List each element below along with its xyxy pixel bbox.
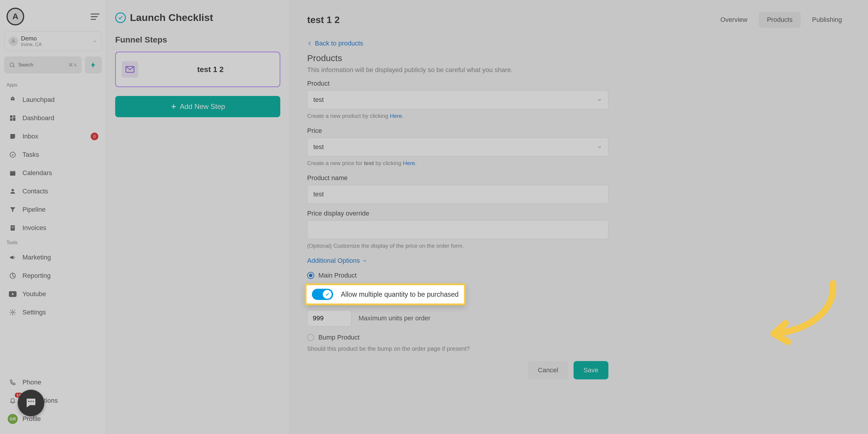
radio-main-product[interactable] — [307, 272, 314, 279]
product-name-input[interactable] — [307, 185, 609, 204]
chevron-down-icon — [597, 144, 602, 150]
gear-icon — [8, 307, 18, 317]
filter-icon — [8, 205, 18, 215]
max-units-label: Maximum units per order — [359, 314, 430, 322]
svg-point-0 — [12, 39, 14, 41]
chevron-down-icon — [597, 97, 602, 102]
sidebar-item-label: Phone — [23, 378, 41, 386]
price-select[interactable]: test — [307, 137, 609, 156]
svg-rect-9 — [10, 171, 16, 172]
main-panel: test 1 2 Overview Products Publishing Ba… — [289, 0, 868, 434]
sidebar-item-phone[interactable]: Phone — [4, 373, 102, 392]
funnel-steps-panel: Launch Checklist Funnel Steps test 1 2 A… — [106, 0, 289, 434]
price-override-label: Price display override — [307, 210, 609, 217]
additional-options-toggle[interactable]: Additional Options — [307, 257, 850, 265]
sidebar-item-marketing[interactable]: Marketing — [4, 248, 102, 267]
product-name-label: Product name — [307, 174, 609, 182]
save-button[interactable]: Save — [574, 361, 609, 379]
sidebar-item-label: Launchpad — [23, 96, 55, 104]
allow-quantity-toggle[interactable] — [312, 289, 333, 300]
megaphone-icon — [8, 252, 18, 262]
add-new-step-button[interactable]: Add New Step — [115, 96, 280, 117]
sidebar-item-settings[interactable]: Settings — [4, 303, 102, 321]
sidebar-item-label: Invoices — [23, 224, 46, 232]
create-price-link[interactable]: Here. — [403, 160, 416, 166]
product-select[interactable]: test — [307, 90, 609, 109]
svg-rect-6 — [10, 118, 12, 121]
step-title: test 1 2 — [147, 65, 274, 74]
svg-point-10 — [11, 189, 14, 191]
plus-icon — [170, 103, 177, 110]
product-select-value: test — [313, 96, 324, 104]
sidebar-item-tasks[interactable]: Tasks — [4, 146, 102, 164]
svg-point-2 — [12, 98, 13, 99]
sidebar-item-contacts[interactable]: Contacts — [4, 182, 102, 200]
search-shortcut: ⌘ K — [68, 62, 77, 68]
create-product-link[interactable]: Here. — [390, 113, 403, 119]
launch-checklist-title: Launch Checklist — [130, 12, 213, 23]
additional-options-label: Additional Options — [307, 257, 360, 265]
tab-publishing[interactable]: Publishing — [804, 12, 850, 28]
sidebar-item-dashboard[interactable]: Dashboard — [4, 109, 102, 127]
search-label: Search — [18, 62, 33, 68]
cancel-button[interactable]: Cancel — [528, 361, 568, 379]
sidebar-item-calendars[interactable]: Calendars — [4, 164, 102, 182]
sidebar-item-label: Marketing — [23, 254, 51, 261]
svg-rect-13 — [11, 228, 14, 228]
account-selector[interactable]: Demo Irvine, CA — [4, 31, 102, 51]
sidebar-item-profile[interactable]: GR Profile — [4, 410, 102, 428]
price-field-label: Price — [307, 127, 609, 135]
sidebar-item-invoices[interactable]: Invoices — [4, 219, 102, 237]
sidebar-item-label: Inbox — [23, 132, 38, 140]
account-location: Irvine, CA — [21, 42, 89, 47]
radio-bump-product[interactable] — [307, 334, 314, 341]
envelope-icon — [122, 61, 138, 78]
svg-rect-3 — [10, 116, 12, 118]
main-product-radio-row[interactable]: Main Product — [307, 272, 850, 279]
back-to-products-link[interactable]: Back to products — [307, 39, 850, 47]
funnel-step-card[interactable]: test 1 2 — [115, 52, 280, 87]
svg-rect-18 — [28, 401, 30, 402]
search-input[interactable]: Search ⌘ K — [4, 56, 82, 73]
sidebar-item-label: Tasks — [23, 151, 39, 159]
price-helper-text: Create a new price for test by clicking … — [307, 160, 850, 166]
search-icon — [9, 62, 16, 68]
sidebar-item-label: Pipeline — [23, 206, 45, 213]
sidebar-item-inbox[interactable]: Inbox 0 — [4, 127, 102, 146]
inbox-icon — [8, 131, 18, 142]
chat-widget-button[interactable] — [18, 390, 44, 416]
invoice-icon — [8, 223, 18, 233]
sidebar-item-youtube[interactable]: Youtube — [4, 285, 102, 303]
main-product-label: Main Product — [318, 272, 357, 279]
tools-section-label: Tools — [4, 237, 102, 248]
sidebar-item-label: Dashboard — [23, 114, 54, 122]
arrow-left-icon — [307, 41, 312, 46]
inbox-badge: 0 — [91, 132, 98, 140]
back-link-label: Back to products — [315, 39, 363, 47]
svg-rect-5 — [13, 118, 16, 121]
rocket-icon — [8, 95, 18, 105]
max-units-input[interactable] — [307, 310, 351, 327]
avatar: GR — [8, 414, 18, 424]
youtube-icon — [8, 289, 18, 299]
calendar-icon — [8, 168, 18, 178]
svg-rect-12 — [11, 226, 14, 227]
check-icon — [325, 292, 330, 297]
add-step-label: Add New Step — [180, 102, 225, 111]
user-icon — [8, 37, 18, 46]
sidebar-item-reporting[interactable]: Reporting — [4, 267, 102, 285]
products-section-title: Products — [307, 53, 850, 63]
hamburger-menu-icon[interactable] — [91, 13, 99, 20]
tab-overview[interactable]: Overview — [712, 12, 756, 28]
sidebar-item-launchpad[interactable]: Launchpad — [4, 91, 102, 109]
tab-products[interactable]: Products — [759, 12, 801, 28]
dashboard-icon — [8, 113, 18, 123]
quick-action-button[interactable] — [85, 56, 102, 73]
sidebar-item-pipeline[interactable]: Pipeline — [4, 200, 102, 219]
svg-rect-4 — [13, 116, 16, 117]
app-logo[interactable]: A — [6, 8, 24, 25]
price-override-input[interactable] — [307, 220, 609, 239]
sidebar-item-label: Contacts — [23, 187, 48, 195]
bump-product-radio-row[interactable]: Bump Product — [307, 334, 850, 341]
svg-rect-20 — [33, 401, 34, 402]
